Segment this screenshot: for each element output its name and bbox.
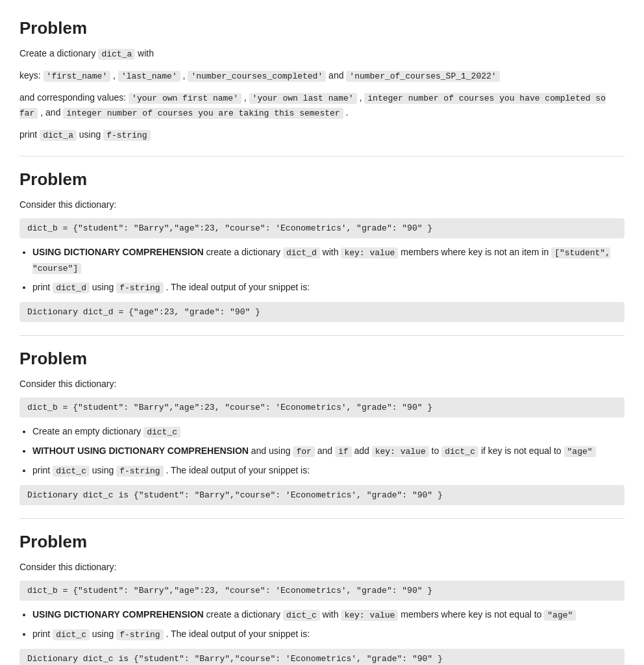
print-dict-c-3: dict_c: [53, 466, 90, 477]
dict-d-code: dict_d: [283, 247, 320, 258]
problem-4-dict-code: dict_b = {"student": "Barry","age":23, "…: [19, 581, 625, 601]
problem-3-output: Dictionary dict_c is {"student": "Barry"…: [19, 485, 625, 505]
fstring-2: f-string: [116, 282, 163, 294]
print-dict-c-4: dict_c: [53, 629, 90, 640]
key-value-code-3: key: value: [372, 446, 429, 457]
for-code: for: [293, 446, 314, 457]
using-dict-comprehension-label-4: USING DICTIONARY COMPREHENSION: [32, 609, 204, 620]
print-dict-a: dict_a: [40, 130, 77, 141]
problem-4-bullet-1: USING DICTIONARY COMPREHENSION create a …: [32, 607, 625, 623]
divider-3: [19, 518, 625, 519]
val-integer-taking: integer number of courses you are taking…: [63, 108, 343, 119]
problem-4-bullet-2: print dict_c using f-string . The ideal …: [32, 627, 625, 642]
using-dict-comprehension-label-2: USING DICTIONARY COMPREHENSION: [32, 247, 204, 257]
problem-1-keys: keys: 'first_name' , 'last_name' , 'numb…: [19, 68, 625, 84]
problem-3-dict-code: dict_b = {"student": "Barry","age":23, "…: [19, 397, 625, 418]
problem-3-bullet-1: Create an empty dictionary dict_c: [32, 424, 625, 440]
val-last-name: 'your own last name': [249, 93, 357, 104]
key-last-name: 'last_name': [118, 71, 180, 82]
fstring-1: f-string: [103, 130, 150, 141]
dict-c-code-4: dict_c: [283, 610, 320, 621]
problem-1-title: Problem: [19, 18, 625, 38]
key-first-name: 'first_name': [43, 71, 111, 82]
problem-2-title: Problem: [19, 169, 625, 190]
fstring-4: f-string: [116, 629, 163, 640]
problem-4-section: Problem Consider this dictionary: dict_b…: [19, 532, 625, 665]
problem-2-section: Problem Consider this dictionary: dict_b…: [19, 169, 625, 322]
problem-1-section: Problem Create a dictionary dict_a with …: [19, 18, 625, 143]
divider-1: [19, 156, 625, 157]
dict-c-code: dict_c: [441, 446, 478, 457]
problem-3-bullet-3: print dict_c using f-string . The ideal …: [32, 463, 625, 479]
problem-2-output: Dictionary dict_d = {"age":23, "grade": …: [19, 302, 625, 322]
problem-4-output: Dictionary dict_c is {"student": "Barry"…: [19, 649, 625, 665]
problem-3-title: Problem: [19, 349, 625, 369]
val-first-name: 'your own first name': [129, 93, 242, 104]
problem-4-title: Problem: [19, 532, 625, 552]
if-code: if: [335, 446, 352, 457]
problem-4-intro: Consider this dictionary:: [19, 560, 625, 574]
key-value-code-2: key: value: [341, 247, 398, 258]
problem-2-bullet-2: print dict_d using f-string . The ideal …: [32, 280, 625, 295]
key-courses-sp: 'number_of_courses_SP_1_2022': [346, 71, 499, 82]
age-str-3: "age": [564, 446, 596, 457]
key-number-courses: 'number_courses_completed': [188, 71, 326, 82]
age-str-4: "age": [544, 610, 576, 621]
divider-2: [19, 335, 625, 336]
problem-3-section: Problem Consider this dictionary: dict_b…: [19, 349, 625, 505]
problem-2-intro: Consider this dictionary:: [19, 197, 625, 212]
problem-3-bullet-2: WITHOUT USING DICTIONARY COMPREHENSION a…: [32, 444, 625, 459]
fstring-3: f-string: [116, 466, 163, 477]
problem-3-bullets: Create an empty dictionary dict_c WITHOU…: [32, 424, 625, 478]
problem-1-print: print dict_a using f-string: [19, 127, 625, 143]
problem-1-values: and corresponding values: 'your own firs…: [19, 90, 625, 121]
problem-4-bullets: USING DICTIONARY COMPREHENSION create a …: [32, 607, 625, 642]
problem-3-intro: Consider this dictionary:: [19, 377, 625, 391]
problem-1-intro: Create a dictionary dict_a with: [19, 46, 625, 62]
problem-2-bullets: USING DICTIONARY COMPREHENSION create a …: [32, 245, 625, 295]
without-dict-comprehension-label: WITHOUT USING DICTIONARY COMPREHENSION: [32, 445, 249, 456]
print-dict-d: dict_d: [53, 282, 90, 294]
dict-a-code: dict_a: [98, 49, 135, 60]
problem-2-bullet-1: USING DICTIONARY COMPREHENSION create a …: [32, 245, 625, 276]
key-value-code-4: key: value: [341, 610, 398, 621]
problem-2-dict-code: dict_b = {"student": "Barry","age":23, "…: [19, 218, 625, 238]
dict-c-empty: dict_c: [143, 427, 180, 438]
